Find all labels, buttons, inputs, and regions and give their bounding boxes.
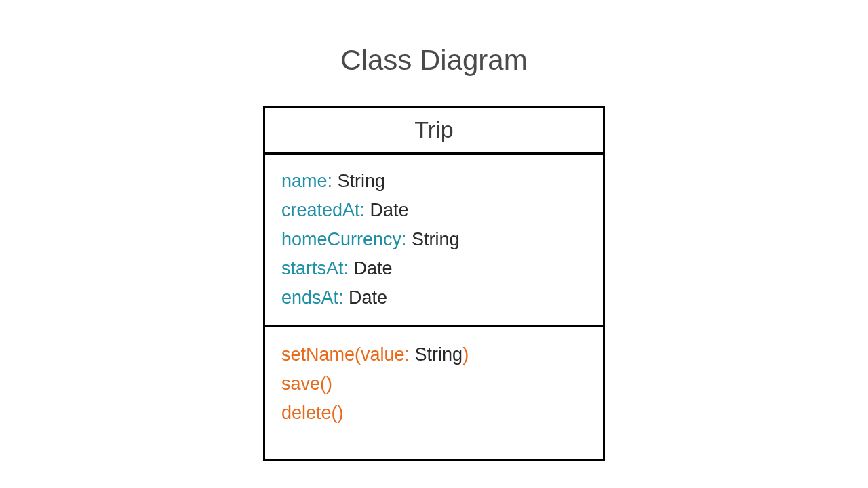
attribute-type: Date	[344, 287, 388, 308]
method-row: save()	[281, 369, 587, 399]
attribute-type: Date	[349, 258, 393, 279]
attribute-name: name:	[281, 171, 332, 191]
attribute-row: name: String	[281, 167, 587, 196]
method-signature-pre: save()	[281, 373, 332, 394]
diagram-title: Class Diagram	[0, 44, 868, 77]
method-signature-pre: delete()	[281, 403, 344, 423]
method-signature-pre: setName(value:	[281, 344, 410, 365]
methods-compartment: setName(value: String) save() delete()	[265, 327, 603, 459]
method-signature-post: )	[462, 344, 469, 365]
method-param-type: String	[410, 344, 462, 365]
method-row: delete()	[281, 399, 587, 428]
uml-class-box: Trip name: String createdAt: Date homeCu…	[263, 106, 605, 461]
attribute-name: homeCurrency:	[281, 229, 407, 249]
attributes-compartment: name: String createdAt: Date homeCurrenc…	[265, 155, 603, 327]
attribute-type: String	[332, 171, 385, 191]
method-row: setName(value: String)	[281, 340, 587, 369]
attribute-row: startsAt: Date	[281, 254, 587, 283]
attribute-name: endsAt:	[281, 287, 344, 308]
class-name: Trip	[265, 108, 603, 155]
attribute-name: createdAt:	[281, 200, 365, 220]
attribute-row: createdAt: Date	[281, 196, 587, 225]
attribute-row: homeCurrency: String	[281, 225, 587, 254]
attribute-type: String	[407, 229, 460, 249]
attribute-type: Date	[365, 200, 409, 220]
attribute-name: startsAt:	[281, 258, 349, 279]
attribute-row: endsAt: Date	[281, 283, 587, 312]
